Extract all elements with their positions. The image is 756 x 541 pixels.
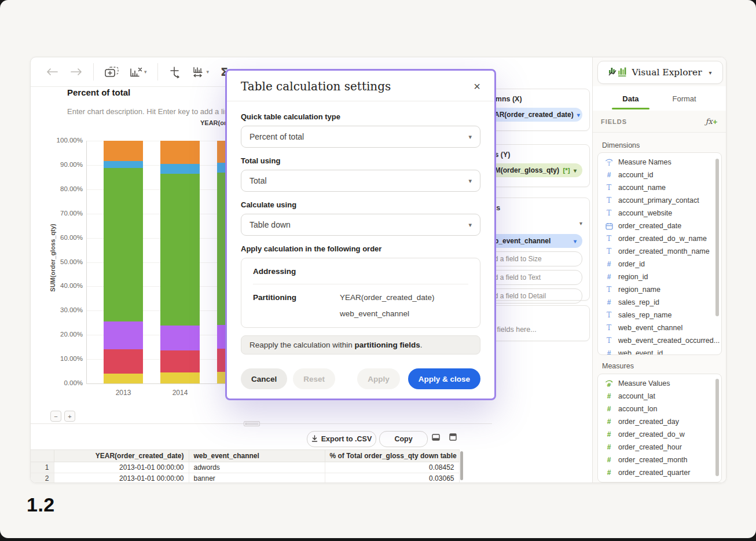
calculate-using-select[interactable]: Table down ▾ <box>241 214 480 236</box>
rows-field-label: SUM(order_gloss_qty) <box>485 166 559 174</box>
text-field-icon: T <box>605 337 613 345</box>
year-cell: 2013-01-01 00:00:00 <box>54 473 189 484</box>
zoom-out-button[interactable]: − <box>50 411 61 422</box>
zoom-in-button[interactable]: + <box>64 411 75 422</box>
row-number-cell: 2 <box>31 473 54 484</box>
bar-2013-segment-4[interactable] <box>104 168 143 321</box>
field-item-label: order_id <box>618 260 645 268</box>
cancel-button[interactable]: Cancel <box>241 368 287 389</box>
add-calculation-icon[interactable]: ƒx+ <box>706 117 718 126</box>
resize-grip-handle[interactable] <box>244 421 260 426</box>
field-item-order-created-day[interactable]: #order_created_day <box>598 415 721 428</box>
field-item-sales-rep-name[interactable]: Tsales_rep_name <box>598 309 721 321</box>
measures-scrollbar-thumb[interactable] <box>715 379 719 476</box>
calculate-using-label: Calculate using <box>241 200 480 209</box>
tab-format[interactable]: Format <box>669 88 700 109</box>
page-number-label: 1.2 <box>27 494 55 516</box>
chevron-down-icon[interactable]: ▾ <box>574 167 577 174</box>
bar-2013-segment-6[interactable] <box>104 141 143 161</box>
field-item-account-primary-contact[interactable]: Taccount_primary_contact <box>598 194 721 207</box>
delete-chart-icon[interactable]: ▾ <box>127 64 149 80</box>
chart-title[interactable]: Percent of total <box>67 87 130 97</box>
table-scrollbar-thumb[interactable] <box>460 451 463 480</box>
field-item-account-id[interactable]: #account_id <box>598 169 721 181</box>
column-header-channel[interactable]: web_event_channel <box>189 450 325 462</box>
table-row[interactable]: 12013-01-01 00:00:00adwords0.08452 <box>31 462 459 473</box>
apply-button[interactable]: Apply <box>357 368 400 389</box>
partitioning-field[interactable]: YEAR(order_created_date) <box>340 293 435 302</box>
close-icon[interactable]: × <box>474 81 480 92</box>
back-arrow-icon[interactable] <box>43 65 61 78</box>
partitioning-field[interactable]: web_event_channel <box>340 309 435 318</box>
apply-close-button[interactable]: Apply & close <box>408 368 480 389</box>
field-item-account-lat[interactable]: #account_lat <box>598 390 721 403</box>
field-item-order-created-do-w-name[interactable]: Torder_created_do_w_name <box>598 232 721 245</box>
field-item-order-created-week[interactable]: #order_created_week <box>598 479 721 482</box>
field-item-measure-names[interactable]: TMeasure Names <box>598 156 721 169</box>
field-item-order-created-date[interactable]: order_created_date <box>598 220 721 232</box>
reset-button[interactable]: Reset <box>293 368 335 389</box>
dimensions-scrollbar-thumb[interactable] <box>715 159 719 316</box>
bar-2014-segment-6[interactable] <box>160 141 200 164</box>
bar-2014-segment-4[interactable] <box>160 174 200 326</box>
duplicate-chart-icon[interactable] <box>102 64 122 81</box>
export-csv-button[interactable]: Export to .CSV <box>307 431 376 447</box>
bar-2013-segment-3[interactable] <box>104 321 143 349</box>
swap-axes-icon[interactable] <box>166 64 183 81</box>
tab-data[interactable]: Data <box>619 88 642 109</box>
field-item-account-name[interactable]: Taccount_name <box>598 181 721 194</box>
bar-2013-segment-5[interactable] <box>104 161 143 168</box>
pct-cell: 0.08452 <box>325 462 459 473</box>
y-axis-tick-label: 80.00% <box>43 185 83 192</box>
columns-field-label: YEAR(order_created_date) <box>485 111 574 119</box>
y-axis-tick-label: 10.00% <box>43 355 83 362</box>
field-item-label: order_created_do_w_name <box>618 235 707 243</box>
bar-2013-segment-2[interactable] <box>104 349 143 374</box>
export-csv-label: Export to .CSV <box>321 435 372 443</box>
quick-calc-type-select[interactable]: Percent of total ▾ <box>241 126 480 148</box>
bar-2014-segment-1[interactable] <box>160 372 200 383</box>
modal-header: Table calculation settings × <box>227 71 494 101</box>
field-item-web-event-created-occurred-[interactable]: Tweb_event_created_occurred... <box>598 334 721 347</box>
column-header-pct[interactable]: % of Total order_gloss_qty down table <box>325 450 459 462</box>
field-item-order-created-month-name[interactable]: Torder_created_month_name <box>598 245 721 258</box>
field-item-label: order_created_date <box>618 222 681 230</box>
field-item-order-created-month[interactable]: #order_created_month <box>598 454 721 466</box>
field-item-order-created-quarter[interactable]: #order_created_quarter <box>598 466 721 479</box>
bar-2013-segment-1[interactable] <box>104 374 143 383</box>
bar-2014-segment-2[interactable] <box>160 350 200 373</box>
field-item-order-created-hour[interactable]: #order_created_hour <box>598 441 721 454</box>
field-item-web-event-id[interactable]: #web_event_id <box>598 347 721 355</box>
toolbar-separator <box>157 63 158 81</box>
axis-scale-icon[interactable]: ▾ <box>190 64 212 80</box>
table-row[interactable]: 22013-01-01 00:00:00banner0.03065 <box>31 473 459 484</box>
y-axis-tick-label: 20.00% <box>43 331 83 338</box>
chevron-down-icon[interactable]: ▾ <box>577 112 580 118</box>
visual-explorer-title: Visual Explorer <box>632 67 702 78</box>
field-item-account-website[interactable]: Taccount_website <box>598 207 721 220</box>
field-item-measure-values[interactable]: #Measure Values <box>598 377 721 390</box>
field-item-order-created-do-w[interactable]: #order_created_do_w <box>598 428 721 441</box>
total-using-select[interactable]: Total ▾ <box>241 170 480 192</box>
bar-2014-segment-5[interactable] <box>160 164 200 174</box>
visual-explorer-menu-button[interactable]: Visual Explorer ▾ <box>597 61 723 84</box>
field-item-region-id[interactable]: #region_id <box>598 270 721 283</box>
field-item-order-id[interactable]: #order_id <box>598 258 721 270</box>
field-item-sales-rep-id[interactable]: #sales_rep_id <box>598 296 721 309</box>
collapse-table-icon[interactable] <box>432 434 440 441</box>
field-item-web-event-channel[interactable]: Tweb_event_channel <box>598 321 721 334</box>
number-field-icon: # <box>605 443 613 451</box>
chevron-down-icon[interactable]: ▾ <box>574 238 577 244</box>
text-field-icon: T <box>605 247 613 255</box>
forward-arrow-icon[interactable] <box>68 65 85 78</box>
field-item-label: account_name <box>618 184 666 192</box>
column-header-year[interactable]: YEAR(order_created_date) <box>54 450 189 462</box>
field-item-label: region_name <box>618 286 660 294</box>
bar-2014-segment-3[interactable] <box>160 326 200 350</box>
field-item-region-name[interactable]: Tregion_name <box>598 283 721 296</box>
number-field-icon: # <box>605 418 613 426</box>
expand-table-icon[interactable] <box>449 433 457 441</box>
copy-button[interactable]: Copy <box>379 431 428 447</box>
field-item-account-lon[interactable]: #account_lon <box>598 403 721 415</box>
chart-description-placeholder[interactable]: Enter chart description. Hit Enter key t… <box>67 107 233 116</box>
